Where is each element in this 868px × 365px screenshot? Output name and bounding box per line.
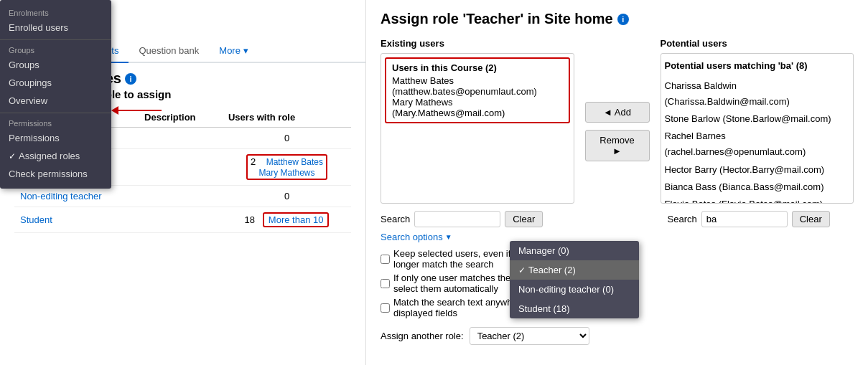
potential-user-5: Flavia Bates (Flavia.Bates@mail.com) (665, 196, 850, 204)
existing-users-list-box[interactable]: Users in this Course (2) Matthew Bates (… (381, 53, 574, 204)
teacher-count: 2 Matthew BatesMary Mathews (223, 149, 351, 186)
tab-more[interactable]: More ▾ (209, 39, 258, 63)
existing-users-inner-box: Users in this Course (2) Matthew Bates (… (385, 57, 570, 123)
arrow-line (118, 110, 162, 111)
enrolled-users-item[interactable]: Enrolled users (0, 19, 111, 37)
tab-question-bank[interactable]: Question bank (129, 39, 209, 63)
non-editing-count: 0 (223, 186, 351, 207)
assign-title-info-icon[interactable]: i (617, 14, 629, 25)
keep-selected-checkbox[interactable] (381, 255, 390, 264)
permissions-item[interactable]: Permissions (0, 129, 111, 147)
groups-section-label: Groups (0, 43, 111, 56)
table-row: Student 18 More than 10 (14, 207, 351, 233)
teacher-desc (139, 149, 223, 186)
potential-users-list: Potential users matching 'ba' (8) Charis… (665, 57, 850, 204)
potential-users-col: Potential users Potential users matching… (661, 38, 854, 204)
assign-role-label: Assign another role: (381, 331, 464, 341)
arrow-head (111, 106, 118, 115)
manager-desc (139, 128, 223, 149)
action-buttons: ◄ Add Remove ► (585, 38, 650, 204)
potential-user-0: Charissa Baldwin (Charissa.Baldwin@mail.… (665, 77, 850, 110)
potential-user-4: Bianca Bass (Bianca.Bass@mail.com) (665, 179, 850, 196)
existing-users-box-title: Users in this Course (2) (392, 62, 563, 73)
remove-button[interactable]: Remove ► (585, 130, 650, 161)
non-editing-desc (139, 186, 223, 207)
student-desc (139, 207, 223, 233)
potential-users-title: Potential users (661, 38, 854, 49)
permissions-section-label: Permissions (0, 116, 111, 129)
left-search-row: Search Clear (381, 211, 567, 227)
potential-user-1: Stone Barlow (Stone.Barlow@mail.com) (665, 110, 850, 128)
student-count: 18 More than 10 (223, 207, 351, 233)
dropdown-non-editing[interactable]: Non-editing teacher (0) (510, 280, 639, 299)
dropdown-manager[interactable]: Manager (0) (510, 241, 639, 260)
add-button[interactable]: ◄ Add (585, 102, 650, 123)
teacher-user-names: Matthew BatesMary Mathews (258, 157, 323, 178)
non-editing-teacher-role-link[interactable]: Non-editing teacher (20, 191, 101, 202)
divider-2 (0, 113, 111, 113)
right-clear-button[interactable]: Clear (792, 211, 830, 227)
student-role-link[interactable]: Student (20, 214, 52, 225)
existing-users-title: Existing users (381, 38, 574, 49)
student-more-box: More than 10 (263, 212, 330, 227)
users-columns: Existing users Users in this Course (2) … (381, 38, 854, 204)
assign-title: Assign role 'Teacher' in Site home i (381, 11, 854, 27)
right-search-input[interactable] (701, 211, 788, 227)
divider-1 (0, 39, 111, 40)
table-row: Non-editing teacher 0 (14, 186, 351, 207)
auto-select-checkbox[interactable] (381, 279, 390, 288)
right-search-area: Search Clear (668, 211, 854, 321)
page-title-info-icon[interactable]: i (125, 73, 136, 85)
assigned-roles-item[interactable]: Assigned roles (0, 147, 111, 165)
col-users: Users with role (223, 108, 351, 128)
left-search-label: Search (381, 214, 410, 224)
left-panel: Enrolments Enrolled users Groups Groups … (0, 0, 366, 365)
overview-item[interactable]: Overview (0, 92, 111, 110)
manager-count: 0 (223, 128, 351, 149)
potential-user-3: Hector Barry (Hector.Barry@mail.com) (665, 161, 850, 179)
nav-dropdown-menu: Enrolments Enrolled users Groups Groups … (0, 0, 111, 189)
potential-user-2: Rachel Barnes (rachel.barnes@openumlaut.… (665, 128, 850, 161)
arrow-indicator (111, 106, 162, 115)
chevron-down-icon: ▼ (445, 233, 452, 241)
groups-item[interactable]: Groups (0, 56, 111, 74)
left-clear-button[interactable]: Clear (505, 211, 543, 227)
existing-users-col: Existing users Users in this Course (2) … (381, 38, 574, 204)
potential-box-title: Potential users matching 'ba' (8) (665, 57, 850, 75)
existing-user-1: Mary Mathews (Mary.Mathews@mail.com) (392, 97, 563, 118)
right-search-row: Search Clear (668, 211, 854, 227)
left-search-input[interactable] (414, 211, 500, 227)
groupings-item[interactable]: Groupings (0, 74, 111, 92)
potential-users-list-box[interactable]: Potential users matching 'ba' (8) Charis… (661, 53, 854, 204)
enrolments-section-label: Enrolments (0, 6, 111, 19)
assign-role-row: Assign another role: Manager (0) Teacher… (381, 327, 854, 345)
teacher-highlight-box: 2 Matthew BatesMary Mathews (246, 154, 327, 180)
right-panel: Assign role 'Teacher' in Site home i Exi… (366, 0, 868, 365)
existing-user-0: Matthew Bates (matthew.bates@openumlaut.… (392, 75, 563, 97)
right-search-label: Search (668, 214, 697, 224)
check-permissions-item[interactable]: Check permissions (0, 165, 111, 183)
role-dropdown-overlay: Manager (0) Teacher (2) Non-editing teac… (510, 241, 639, 318)
dropdown-teacher[interactable]: Teacher (2) (510, 260, 639, 280)
assign-role-select[interactable]: Manager (0) Teacher (2) Non-editing teac… (470, 327, 589, 345)
dropdown-student[interactable]: Student (18) (510, 299, 639, 318)
match-anywhere-checkbox[interactable] (381, 303, 390, 313)
